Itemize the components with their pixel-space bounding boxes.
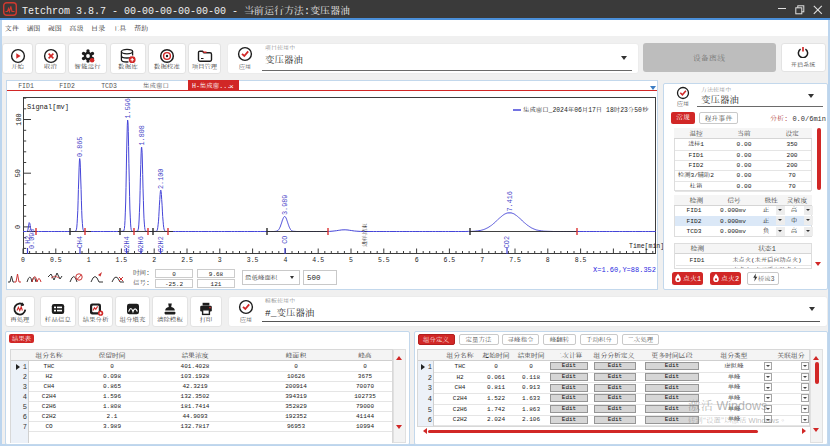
svg-text:2.100: 2.100 bbox=[156, 169, 165, 189]
svg-text:1.808: 1.808 bbox=[137, 125, 146, 145]
svg-text:100: 100 bbox=[14, 113, 23, 125]
svg-text:0.865: 0.865 bbox=[75, 137, 84, 157]
svg-text:C2H2: C2H2 bbox=[156, 236, 165, 252]
svg-text:7.416: 7.416 bbox=[505, 191, 514, 211]
svg-text:3.989: 3.989 bbox=[280, 195, 289, 215]
svg-text:C2H6: C2H6 bbox=[136, 236, 145, 252]
svg-text:0: 0 bbox=[14, 225, 23, 229]
svg-text:集成窗口_2024年06月17日 18时23分50秒: 集成窗口_2024年06月17日 18时23分50秒 bbox=[523, 106, 649, 113]
svg-text:50: 50 bbox=[14, 169, 23, 177]
svg-text:进样结束: 进样结束 bbox=[361, 223, 368, 247]
svg-text:1.596: 1.596 bbox=[123, 98, 132, 118]
svg-text:CO2: CO2 bbox=[502, 236, 511, 248]
svg-text:C2H4: C2H4 bbox=[122, 236, 131, 252]
svg-text:CH4: CH4 bbox=[75, 236, 84, 248]
svg-text:CO: CO bbox=[280, 236, 289, 244]
svg-text:Signal[mv]: Signal[mv] bbox=[27, 102, 69, 111]
svg-text:H2: H2 bbox=[23, 236, 32, 244]
